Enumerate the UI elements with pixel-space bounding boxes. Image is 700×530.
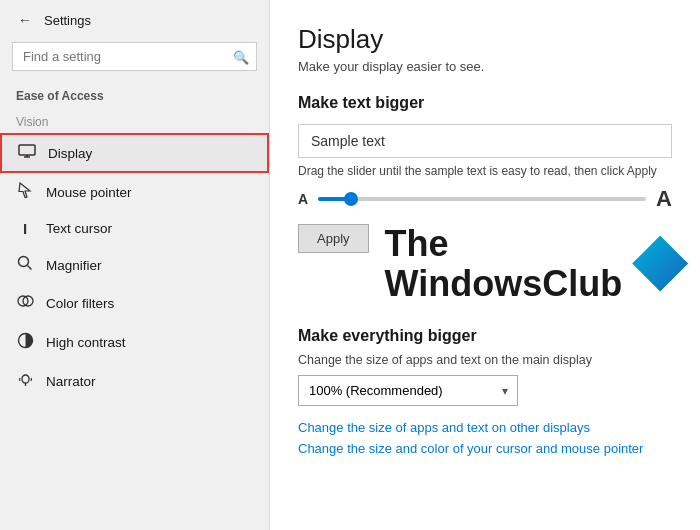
svg-line-4 (28, 266, 32, 270)
windows-club-logo (632, 236, 688, 292)
sidebar: ← Settings 🔍 Ease of Access Vision Displ… (0, 0, 270, 530)
sample-text: Sample text (311, 133, 385, 149)
size-dropdown-row: 100% (Recommended) 125% 150% 175% ▾ (298, 375, 518, 406)
slider-row: A A (298, 186, 672, 212)
apply-section: Apply (298, 224, 369, 269)
color-filters-icon (16, 293, 34, 314)
sample-text-box: Sample text (298, 124, 672, 158)
sidebar-item-display[interactable]: Display (0, 133, 269, 173)
main-content: Display Make your display easier to see.… (270, 0, 700, 530)
apply-watermark-row: Apply The WindowsClub (298, 224, 672, 327)
slider-label-large: A (656, 186, 672, 212)
svg-rect-8 (22, 375, 29, 383)
page-subtitle: Make your display easier to see. (298, 59, 672, 74)
sidebar-item-high-contrast[interactable]: High contrast (0, 323, 269, 362)
page-title: Display (298, 24, 672, 55)
sidebar-item-high-contrast-label: High contrast (46, 335, 126, 350)
sidebar-item-color-filters[interactable]: Color filters (0, 284, 269, 323)
sidebar-item-mouse-pointer-label: Mouse pointer (46, 185, 132, 200)
apply-button[interactable]: Apply (298, 224, 369, 253)
make-everything-bigger-title: Make everything bigger (298, 327, 672, 345)
sidebar-item-narrator-label: Narrator (46, 374, 96, 389)
sidebar-header: ← Settings (0, 0, 269, 36)
drag-hint: Drag the slider until the sample text is… (298, 164, 672, 178)
cursor-color-link[interactable]: Change the size and color of your cursor… (298, 441, 672, 456)
search-box: 🔍 (12, 42, 257, 71)
sidebar-item-magnifier-label: Magnifier (46, 258, 102, 273)
sidebar-item-magnifier[interactable]: Magnifier (0, 246, 269, 284)
sidebar-item-narrator[interactable]: Narrator (0, 362, 269, 401)
text-cursor-icon: I (16, 220, 34, 237)
magnifier-icon (16, 255, 34, 275)
high-contrast-icon (16, 332, 34, 353)
text-size-slider-track[interactable] (318, 197, 646, 201)
back-button[interactable]: ← (14, 10, 36, 30)
make-text-bigger-title: Make text bigger (298, 94, 672, 112)
mouse-pointer-icon (16, 182, 34, 202)
sidebar-item-mouse-pointer[interactable]: Mouse pointer (0, 173, 269, 211)
size-dropdown[interactable]: 100% (Recommended) 125% 150% 175% (298, 375, 518, 406)
vision-section-label: Vision (0, 107, 269, 133)
svg-rect-0 (19, 145, 35, 155)
other-displays-link[interactable]: Change the size of apps and text on othe… (298, 420, 672, 435)
ease-of-access-label: Ease of Access (0, 83, 269, 107)
settings-label: Settings (44, 13, 91, 28)
slider-thumb[interactable] (344, 192, 358, 206)
narrator-icon (16, 371, 34, 392)
change-size-hint: Change the size of apps and text on the … (298, 353, 672, 367)
svg-point-3 (19, 257, 29, 267)
watermark-area: The WindowsClub (385, 224, 689, 303)
sidebar-item-text-cursor-label: Text cursor (46, 221, 112, 236)
display-icon (18, 144, 36, 162)
search-input[interactable] (12, 42, 257, 71)
sidebar-item-display-label: Display (48, 146, 92, 161)
sidebar-item-color-filters-label: Color filters (46, 296, 114, 311)
watermark-text: The WindowsClub (385, 224, 623, 303)
slider-label-small: A (298, 191, 308, 207)
search-icon: 🔍 (233, 49, 249, 64)
sidebar-item-text-cursor[interactable]: I Text cursor (0, 211, 269, 246)
